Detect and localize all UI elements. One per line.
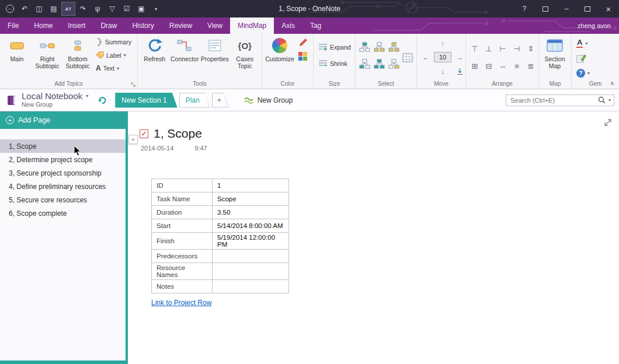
- table-cell-value[interactable]: [213, 280, 289, 293]
- tab-home[interactable]: Home: [26, 18, 60, 34]
- select-all-topics-button[interactable]: [388, 42, 399, 52]
- gem-font-button[interactable]: A ▾: [575, 38, 592, 48]
- same-height-button[interactable]: ⊟: [486, 62, 492, 71]
- account-name[interactable]: zheng avon: [578, 18, 619, 34]
- section-tab-new-section-1[interactable]: New Section 1: [115, 93, 177, 108]
- table-cell-value[interactable]: 3.50: [213, 206, 289, 219]
- move-to-end-button[interactable]: [456, 68, 464, 75]
- nav-back-button[interactable]: [97, 96, 107, 105]
- align-top-button[interactable]: ⊤: [471, 44, 478, 53]
- section-tab-plan[interactable]: Plan: [179, 93, 210, 108]
- equal-spacing-button[interactable]: ≣: [528, 62, 534, 71]
- move-right-button[interactable]: →: [456, 53, 464, 62]
- add-section-button[interactable]: +: [212, 93, 229, 108]
- full-page-view-button[interactable]: [604, 118, 612, 127]
- project-row-link[interactable]: Link to Project Row: [151, 299, 211, 307]
- tab-file[interactable]: File: [0, 18, 26, 34]
- notebook-dropdown[interactable]: Local Notebook ▾ New Group: [22, 92, 88, 108]
- tab-view[interactable]: View: [200, 18, 230, 34]
- minimize-button[interactable]: –: [556, 0, 577, 18]
- select-siblings-button[interactable]: [388, 59, 399, 69]
- dialog-launcher-button[interactable]: [130, 82, 136, 88]
- tab-mindmap[interactable]: MindMap: [230, 18, 274, 34]
- redo-button[interactable]: ↷: [76, 2, 90, 16]
- connector-button[interactable]: Connector: [170, 35, 200, 80]
- select-topic-button[interactable]: [359, 42, 370, 52]
- select-level-button[interactable]: [374, 59, 385, 69]
- distribute-vertical-button[interactable]: ⇕: [528, 44, 534, 53]
- page-item[interactable]: 5, Secure core resources: [0, 193, 126, 206]
- right-subtopic-button[interactable]: Right Subtopic: [32, 35, 62, 80]
- align-left-button[interactable]: ⊢: [499, 44, 506, 53]
- search-icon[interactable]: [598, 96, 606, 104]
- table-cell-label[interactable]: Task Name: [152, 192, 213, 206]
- customize-color-button[interactable]: Customize: [264, 35, 295, 80]
- color-palette-button[interactable]: [297, 51, 309, 61]
- label-button[interactable]: Label ▾: [94, 51, 133, 60]
- bottom-subtopic-button[interactable]: Bottom Subtopic: [62, 35, 93, 80]
- table-cell-label[interactable]: Duration: [152, 206, 213, 219]
- align-bottom-button[interactable]: ⊥: [485, 44, 492, 53]
- tab-history[interactable]: History: [124, 18, 161, 34]
- table-cell-label[interactable]: Resource Names: [152, 263, 213, 280]
- paragraph-handle[interactable]: +: [128, 135, 138, 144]
- help-button[interactable]: ?: [514, 0, 535, 18]
- tab-axis[interactable]: Axis: [274, 18, 302, 34]
- properties-button[interactable]: Properties: [200, 35, 230, 80]
- pen-color-button[interactable]: [297, 37, 309, 47]
- branch-tool-button[interactable]: ψ: [91, 2, 105, 16]
- reading-view-button[interactable]: ◫: [32, 2, 46, 16]
- main-topic-button[interactable]: Main: [2, 35, 32, 80]
- table-cell-value[interactable]: [213, 250, 289, 263]
- distribute-horizontal-button[interactable]: ⇔: [499, 62, 507, 71]
- table-cell-value[interactable]: Scope: [213, 192, 289, 206]
- align-middle-button[interactable]: ≡: [514, 62, 519, 71]
- move-left-button[interactable]: ←: [422, 53, 430, 62]
- table-cell-label[interactable]: ID: [152, 179, 213, 192]
- tab-insert[interactable]: Insert: [60, 18, 93, 34]
- search-scope-chevron-icon[interactable]: ▾: [608, 97, 611, 103]
- gem-help-button[interactable]: ? ▾: [575, 68, 592, 78]
- select-table-button[interactable]: [402, 53, 413, 62]
- move-up-button[interactable]: ↑: [441, 39, 445, 48]
- page-canvas[interactable]: + ✓ 1, Scope 2014-05-14 9:47 ID 1 Task N…: [128, 111, 619, 364]
- page-item[interactable]: 2, Determine project scope: [0, 153, 126, 166]
- select-branch-button[interactable]: [359, 59, 370, 69]
- table-cell-label[interactable]: Finish: [152, 233, 213, 250]
- summary-button[interactable]: Summary: [94, 37, 133, 47]
- funnel-tool-button[interactable]: ▽: [105, 2, 119, 16]
- table-cell-value[interactable]: [213, 263, 289, 280]
- tab-draw[interactable]: Draw: [93, 18, 124, 34]
- page-item[interactable]: 3, Secure project sponsorship: [0, 166, 126, 180]
- table-cell-label[interactable]: Predecessors: [152, 250, 213, 263]
- table-cell-label[interactable]: Start: [152, 219, 213, 233]
- back-button[interactable]: ←: [3, 2, 17, 16]
- section-map-button[interactable]: Section Map: [541, 35, 569, 80]
- dock-to-desktop-button[interactable]: ▤: [47, 2, 61, 16]
- ribbon-display-options-button[interactable]: [535, 0, 556, 18]
- table-cell-value[interactable]: 5/14/2014 8:00:00 AM: [213, 219, 289, 233]
- shrink-button[interactable]: Shrink: [317, 59, 353, 68]
- screen-clipping-button[interactable]: ▣: [134, 2, 148, 16]
- maximize-button[interactable]: [577, 0, 598, 18]
- cases-topic-button[interactable]: {O} Cases Topic: [230, 35, 260, 80]
- same-width-button[interactable]: ⊞: [472, 62, 478, 71]
- select-subtopics-button[interactable]: [374, 42, 385, 52]
- tab-tag[interactable]: Tag: [302, 18, 329, 34]
- move-step-input[interactable]: 10: [434, 52, 451, 62]
- collapse-ribbon-button[interactable]: ∧: [610, 80, 614, 86]
- text-button[interactable]: A Text ▾: [94, 64, 133, 73]
- gem-edit-button[interactable]: [575, 53, 592, 64]
- page-title[interactable]: 1, Scope: [154, 127, 202, 141]
- expand-button[interactable]: Expand: [317, 43, 353, 52]
- table-cell-label[interactable]: Notes: [152, 280, 213, 293]
- page-item[interactable]: 4, Define preliminary resources: [0, 180, 126, 193]
- close-button[interactable]: ×: [598, 0, 619, 18]
- table-cell-value[interactable]: 5/19/2014 12:00:00 PM: [213, 233, 289, 250]
- undo-button[interactable]: ↶: [18, 2, 32, 16]
- todo-tag-button[interactable]: ☑: [120, 2, 134, 16]
- table-cell-value[interactable]: 1: [213, 179, 289, 192]
- addin-toggle-button[interactable]: AT: [61, 2, 75, 16]
- tab-review[interactable]: Review: [162, 18, 200, 34]
- move-down-button[interactable]: ↓: [441, 67, 445, 76]
